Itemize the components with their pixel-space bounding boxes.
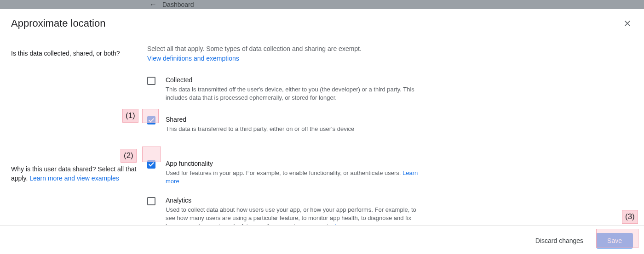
section-right: Select all that apply. Some types of dat…: [147, 44, 633, 133]
checkbox-shared[interactable]: [147, 116, 155, 124]
option-content: Analytics Used to collect data about how…: [166, 197, 633, 225]
option-analytics: Analytics Used to collect data about how…: [147, 197, 633, 225]
option-content: Collected This data is transmitted off t…: [166, 76, 633, 102]
option-title: App functionality: [166, 160, 633, 167]
learn-more-examples-link[interactable]: Learn more and view examples: [29, 175, 119, 182]
save-button[interactable]: Save: [596, 233, 633, 248]
checkbox-app-functionality[interactable]: [147, 160, 155, 169]
option-content: Shared This data is transferred to a thi…: [166, 116, 633, 133]
option-title: Analytics: [166, 197, 633, 204]
option-title: Shared: [166, 116, 633, 123]
section-collected-shared: Is this data collected, shared, or both?…: [11, 44, 633, 133]
background-dashboard: ← Dashboard: [0, 0, 644, 9]
back-arrow-icon: ←: [150, 0, 157, 9]
definitions-link[interactable]: View definitions and exemptions: [147, 55, 239, 62]
section-left: Why is this user data shared? Select all…: [11, 160, 147, 225]
section-left: Is this data collected, shared, or both?: [11, 44, 147, 133]
option-desc: This data is transmitted off the user's …: [166, 85, 426, 102]
section-label: Why is this user data shared? Select all…: [11, 164, 147, 183]
section-label: Is this data collected, shared, or both?: [11, 49, 147, 58]
dialog-title: Approximate location: [11, 17, 105, 29]
checkbox-analytics[interactable]: [147, 197, 155, 205]
dialog-approximate-location: Approximate location Is this data collec…: [0, 9, 644, 254]
section-right: App functionality Used for features in y…: [147, 160, 633, 225]
checkbox-collected[interactable]: [147, 77, 155, 85]
option-desc: Used to collect data about how users use…: [166, 206, 426, 225]
option-desc-text: Used to collect data about how users use…: [166, 206, 416, 225]
dialog-footer: Discard changes Save: [0, 225, 644, 254]
option-desc: Used for features in your app. For examp…: [166, 169, 426, 186]
option-app-functionality: App functionality Used for features in y…: [147, 160, 633, 186]
dialog-header: Approximate location: [0, 9, 644, 36]
option-shared: Shared This data is transferred to a thi…: [147, 116, 633, 133]
option-desc-text: Used for features in your app. For examp…: [166, 169, 402, 176]
close-button[interactable]: [622, 18, 633, 29]
dialog-body: Is this data collected, shared, or both?…: [0, 36, 644, 225]
option-desc: This data is transferred to a third part…: [166, 125, 426, 133]
dashboard-label: Dashboard: [162, 1, 194, 8]
section-why-shared: Why is this user data shared? Select all…: [11, 160, 633, 225]
close-icon: [624, 20, 631, 27]
option-content: App functionality Used for features in y…: [166, 160, 633, 186]
option-title: Collected: [166, 76, 633, 84]
discard-changes-button[interactable]: Discard changes: [530, 233, 589, 248]
section-intro: Select all that apply. Some types of dat…: [147, 44, 633, 53]
option-collected: Collected This data is transmitted off t…: [147, 76, 633, 102]
